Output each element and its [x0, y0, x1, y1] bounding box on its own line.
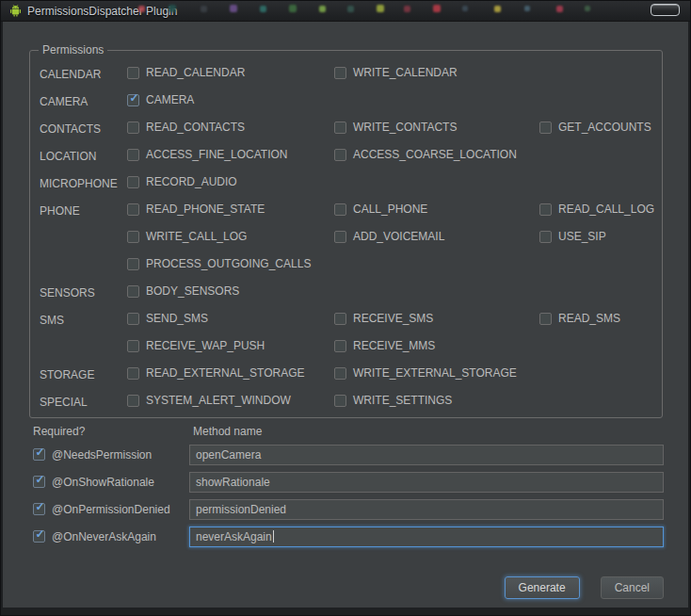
annotation-row: ✓@NeedsPermissionopenCamera	[3, 441, 688, 468]
permission-checkbox-item[interactable]: ✓CAMERA	[127, 93, 194, 106]
annotation-checkbox-item[interactable]: ✓@OnNeverAskAgain	[33, 530, 189, 543]
category-label: CAMERA	[40, 95, 127, 108]
permission-checkbox-item[interactable]: WRITE_CALL_LOG	[127, 230, 247, 243]
permission-checkbox-item[interactable]: SYSTEM_ALERT_WINDOW	[127, 394, 291, 407]
permission-row: SENSORSBODY_SENSORS	[40, 279, 654, 306]
checkbox[interactable]	[539, 203, 552, 216]
checkbox[interactable]	[334, 231, 346, 243]
permission-checkbox-item[interactable]: ADD_VOICEMAIL	[334, 230, 444, 243]
permission-label: READ_CALENDAR	[146, 66, 245, 79]
checkbox[interactable]	[127, 176, 139, 188]
checkbox[interactable]	[334, 67, 346, 79]
permission-checkbox-item[interactable]: WRITE_EXTERNAL_STORAGE	[334, 366, 517, 380]
checkbox[interactable]	[127, 258, 139, 270]
checkbox[interactable]	[334, 313, 346, 325]
checkbox[interactable]	[539, 122, 552, 134]
android-icon	[8, 4, 23, 18]
permission-checkbox-item[interactable]: ACCESS_FINE_LOCATION	[127, 148, 287, 161]
decoration-dot	[260, 6, 266, 12]
checkbox[interactable]: ✓	[127, 94, 139, 106]
checkbox[interactable]	[127, 367, 139, 380]
checkbox[interactable]: ✓	[33, 448, 45, 461]
permission-checkbox-item[interactable]: READ_CALL_LOG	[539, 203, 654, 216]
permission-checkbox-item[interactable]: WRITE_CALENDAR	[334, 66, 458, 79]
category-label: SMS	[40, 314, 127, 327]
checkbox[interactable]	[127, 122, 139, 134]
permission-label: READ_CONTACTS	[146, 121, 245, 134]
permission-checkbox-item[interactable]: READ_CONTACTS	[127, 121, 245, 134]
permission-row: CAMERA✓CAMERA	[40, 88, 654, 115]
generate-button[interactable]: Generate	[505, 576, 580, 599]
permission-label: RECEIVE_SMS	[353, 312, 433, 325]
permission-checkbox-item[interactable]: READ_SMS	[539, 312, 620, 325]
category-label: CALENDAR	[40, 68, 127, 81]
checkbox[interactable]	[334, 203, 346, 216]
permission-checkbox-item[interactable]: CALL_PHONE	[334, 203, 427, 216]
category-label: PHONE	[40, 204, 127, 218]
check-icon: ✓	[34, 446, 46, 459]
cancel-button[interactable]: Cancel	[601, 576, 664, 599]
permission-checkbox-item[interactable]: WRITE_CONTACTS	[334, 121, 457, 134]
checkbox[interactable]	[334, 367, 346, 380]
annotation-checkbox-item[interactable]: ✓@OnShowRationale	[33, 476, 189, 489]
permission-cell: ✓CAMERA	[127, 93, 334, 110]
category-label: SENSORS	[40, 286, 127, 300]
method-name-field[interactable]: permissionDenied	[189, 499, 664, 520]
permission-checkbox-item[interactable]: USE_SIP	[539, 230, 606, 243]
permission-cell: PROCESS_OUTGOING_CALLS	[127, 257, 334, 274]
permission-checkbox-item[interactable]: WRITE_SETTINGS	[334, 394, 452, 407]
permissions-group: Permissions CALENDARREAD_CALENDARWRITE_C…	[29, 50, 663, 418]
annotation-label: @OnNeverAskAgain	[52, 530, 156, 543]
checkbox[interactable]: ✓	[33, 530, 45, 543]
annotation-row: ✓@OnPermissionDeniedpermissionDenied	[3, 495, 688, 523]
method-name-field[interactable]: showRationale	[189, 472, 664, 493]
method-name-field[interactable]: neverAskAgain	[189, 527, 664, 547]
required-header: Required?	[33, 425, 189, 438]
method-name-field[interactable]: openCamera	[189, 445, 664, 465]
permission-label: BODY_SENSORS	[146, 284, 239, 298]
checkbox[interactable]	[127, 313, 139, 325]
permission-label: ACCESS_COARSE_LOCATION	[353, 148, 517, 161]
annotation-checkbox-item[interactable]: ✓@NeedsPermission	[33, 448, 189, 462]
decoration-dot	[494, 6, 501, 12]
checkbox[interactable]	[334, 149, 346, 161]
checkbox[interactable]	[127, 340, 139, 352]
permission-checkbox-item[interactable]: RECORD_AUDIO	[127, 175, 237, 188]
checkbox[interactable]	[127, 149, 139, 161]
checkbox[interactable]	[127, 203, 139, 216]
permission-checkbox-item[interactable]: SEND_SMS	[127, 312, 208, 325]
decoration-dot	[556, 6, 563, 12]
annotation-checkbox-item[interactable]: ✓@OnPermissionDenied	[33, 503, 189, 516]
checkbox[interactable]	[539, 313, 552, 325]
checkbox[interactable]	[127, 285, 139, 298]
checkbox[interactable]	[334, 340, 346, 352]
permission-label: READ_PHONE_STATE	[146, 203, 265, 216]
method-name-value: showRationale	[196, 476, 270, 489]
category-label: STORAGE	[40, 368, 127, 381]
checkbox[interactable]	[334, 122, 346, 134]
permission-label: ADD_VOICEMAIL	[353, 230, 444, 243]
checkbox[interactable]	[127, 231, 139, 243]
permission-checkbox-item[interactable]: ACCESS_COARSE_LOCATION	[334, 148, 517, 161]
permission-checkbox-item[interactable]: GET_ACCOUNTS	[539, 121, 651, 134]
checkbox[interactable]: ✓	[33, 503, 45, 515]
checkbox[interactable]	[539, 231, 552, 243]
permission-checkbox-item[interactable]: RECEIVE_SMS	[334, 312, 433, 325]
permission-checkbox-item[interactable]: READ_CALENDAR	[127, 66, 245, 79]
permission-checkbox-item[interactable]: RECEIVE_WAP_PUSH	[127, 339, 265, 352]
checkbox[interactable]	[334, 395, 346, 407]
permission-checkbox-item[interactable]: PROCESS_OUTGOING_CALLS	[127, 257, 311, 270]
permission-checkbox-item[interactable]: READ_EXTERNAL_STORAGE	[127, 366, 305, 380]
permission-checkbox-item[interactable]: RECEIVE_MMS	[334, 339, 435, 352]
checkbox[interactable]	[127, 67, 139, 79]
permission-checkbox-item[interactable]: READ_PHONE_STATE	[127, 203, 265, 216]
permission-checkbox-item[interactable]: BODY_SENSORS	[127, 284, 239, 298]
titlebar[interactable]: PermissionsDispatcher Plugin	[1, 1, 690, 22]
annotation-row: ✓@OnShowRationaleshowRationale	[3, 468, 688, 495]
window-control-button[interactable]	[651, 4, 680, 16]
checkbox[interactable]	[127, 395, 139, 407]
permission-label: USE_SIP	[558, 230, 606, 243]
permission-label: WRITE_EXTERNAL_STORAGE	[353, 366, 517, 380]
permission-row: LOCATIONACCESS_FINE_LOCATIONACCESS_COARS…	[40, 142, 654, 170]
checkbox[interactable]: ✓	[33, 476, 45, 488]
